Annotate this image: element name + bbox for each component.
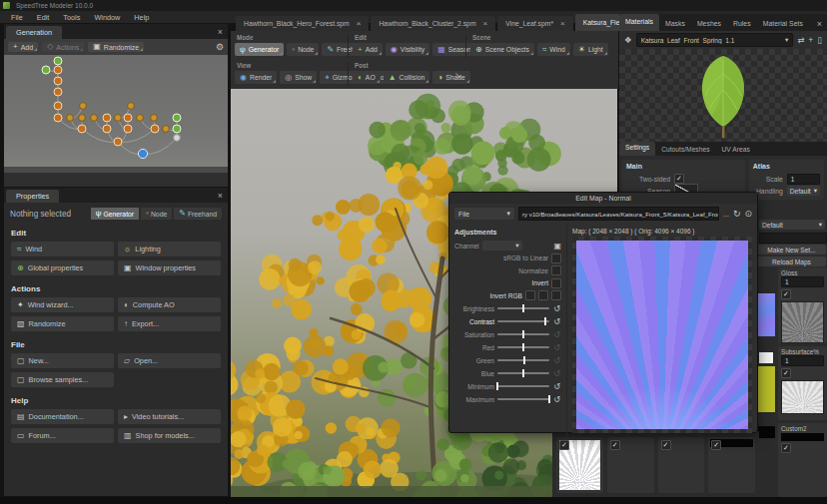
documentation-button[interactable]: ▤Documentation... (11, 409, 114, 424)
normal-map-preview[interactable] (576, 241, 748, 429)
normal-map-sliver[interactable] (757, 293, 775, 336)
forum-button[interactable]: ▭Forum... (11, 428, 114, 443)
map-enabled-checkbox[interactable]: ✓ (559, 440, 569, 450)
generation-node[interactable] (54, 77, 62, 85)
normalize-checkbox[interactable] (551, 265, 561, 275)
tab-close-icon[interactable]: × (483, 19, 488, 28)
wind-wizard-button[interactable]: ✦Wind wizard... (11, 297, 114, 312)
material-preview[interactable] (619, 49, 827, 142)
materials-tab-material-sets[interactable]: Material Sets (757, 16, 809, 31)
srgb-to-linear-checkbox[interactable] (551, 253, 561, 263)
file-source-dropdown[interactable]: File ▾ (454, 208, 514, 220)
map-enabled-checkbox[interactable]: ✓ (661, 440, 671, 450)
map-cell[interactable]: ✓ (556, 437, 603, 493)
invert-g-checkbox[interactable] (538, 290, 548, 300)
generation-node[interactable] (137, 115, 144, 122)
add-material-icon[interactable]: + (808, 35, 813, 45)
node-graph[interactable] (4, 55, 228, 167)
generation-node[interactable] (54, 57, 62, 65)
pan-hand-icon[interactable]: ❖ (624, 35, 632, 45)
slider-track-blue[interactable] (497, 372, 549, 374)
map-enabled-checkbox[interactable]: ✓ (610, 440, 620, 450)
generation-node[interactable] (138, 149, 147, 158)
browse-samples-button[interactable]: ▢Browse samples... (11, 372, 114, 387)
mode-node-button[interactable]: ◦Node (287, 43, 319, 56)
generation-node[interactable] (163, 126, 170, 133)
subsurface-map-cell[interactable]: Subsurface% 1 ✓ (778, 346, 827, 420)
gloss-value-input[interactable]: 1 (781, 276, 824, 287)
menu-tools[interactable]: Tools (56, 13, 87, 22)
generation-node[interactable] (124, 114, 132, 122)
slider-track-brightness[interactable] (497, 307, 549, 309)
generation-node[interactable] (114, 138, 122, 146)
generation-node[interactable] (151, 115, 158, 122)
light-button[interactable]: ☀Light (573, 43, 608, 56)
invert-r-checkbox[interactable] (525, 290, 535, 300)
reset-icon[interactable]: ↺ (552, 395, 561, 404)
side-default-dropdown[interactable]: Default ▾ (759, 220, 825, 230)
generation-node[interactable] (54, 114, 62, 122)
collision-button[interactable]: ▲Collision (384, 71, 430, 84)
generation-node[interactable] (115, 115, 122, 122)
generation-panel-tab[interactable]: Generation (6, 26, 62, 39)
refresh-icon[interactable]: ↻ (733, 209, 741, 219)
wind-button[interactable]: ≈Wind (537, 43, 570, 56)
make-new-set-button[interactable]: Make New Set... (757, 245, 826, 254)
slider-track-green[interactable] (497, 359, 549, 361)
materials-tab-meshes[interactable]: Meshes (691, 16, 727, 31)
slider-handle[interactable] (544, 317, 546, 325)
generation-node[interactable] (54, 66, 62, 74)
subsurface-enabled-checkbox[interactable]: ✓ (781, 368, 791, 378)
generation-node[interactable] (78, 125, 86, 133)
properties-mode-generator[interactable]: ψ Generator (91, 208, 139, 220)
channel-dropdown[interactable]: ▾ (482, 241, 522, 251)
generation-node[interactable] (54, 88, 62, 96)
browse-button[interactable]: ... (723, 211, 729, 218)
slider-handle[interactable] (522, 330, 524, 338)
generation-node[interactable] (173, 125, 181, 133)
close-icon[interactable]: × (817, 18, 822, 31)
slider-track-minimum[interactable] (497, 385, 549, 387)
reset-icon[interactable]: ↺ (552, 317, 561, 326)
tab-close-icon[interactable]: × (357, 19, 362, 28)
actions-button[interactable]: ◇ Actions (42, 42, 84, 52)
materials-tab-materials[interactable]: Materials (619, 14, 659, 31)
properties-mode-node[interactable]: ◦ Node (141, 208, 172, 220)
document-tab[interactable]: Hawthorn_Black_Cluster_2.spm× (371, 16, 495, 31)
generation-node[interactable] (174, 135, 181, 142)
gloss-map-thumbnail[interactable] (781, 301, 824, 343)
generation-node[interactable] (103, 125, 111, 133)
materials-tab-masks[interactable]: Masks (659, 16, 691, 31)
slider-track-red[interactable] (497, 346, 549, 348)
two-sided-checkbox[interactable]: ✓ (674, 174, 684, 184)
randomize-button[interactable]: ▣ Randomize (88, 42, 144, 52)
scene-objects-button[interactable]: ⊕Scene Objects (470, 43, 534, 56)
file-path-input[interactable]: ry v10/Broadleaves/Katsura/Leaves/Katsur… (518, 207, 719, 221)
handling-dropdown[interactable]: Default ▾ (787, 186, 820, 196)
window-properties-button[interactable]: ▣Window properties (118, 260, 221, 275)
compute-ao-button[interactable]: ◐Compute AO (118, 297, 221, 312)
expand-toolbar-icon[interactable]: ↘ (454, 71, 461, 80)
slider-track-saturation[interactable] (497, 333, 549, 335)
menu-edit[interactable]: Edit (30, 13, 57, 22)
lighting-button[interactable]: ☼Lighting (118, 242, 221, 256)
shop-button[interactable]: ▥Shop for models... (118, 428, 221, 443)
properties-mode-freehand[interactable]: ✎ Freehand (174, 208, 222, 220)
randomize-button[interactable]: ▧Randomize (11, 316, 114, 331)
reset-icon[interactable]: ↺ (552, 343, 561, 352)
delete-material-icon[interactable]: ▯ (817, 35, 822, 45)
slider-handle[interactable] (522, 343, 524, 351)
reload-maps-button[interactable]: Reload Maps (757, 256, 826, 266)
generation-node[interactable] (151, 125, 159, 133)
tab-uv-areas[interactable]: UV Areas (716, 144, 756, 156)
properties-panel-tab[interactable]: Properties (6, 190, 59, 203)
generation-node[interactable] (67, 115, 74, 122)
custom2-map-cell[interactable]: Custom2 ✓ (778, 423, 827, 497)
slider-handle[interactable] (548, 395, 550, 403)
generation-node[interactable] (80, 103, 87, 110)
map-cell[interactable]: ✓ (708, 437, 755, 493)
slider-track-maximum[interactable] (497, 398, 549, 400)
close-icon[interactable]: × (218, 26, 223, 39)
generation-node[interactable] (42, 66, 50, 74)
wind-button[interactable]: ≈Wind (11, 242, 114, 256)
